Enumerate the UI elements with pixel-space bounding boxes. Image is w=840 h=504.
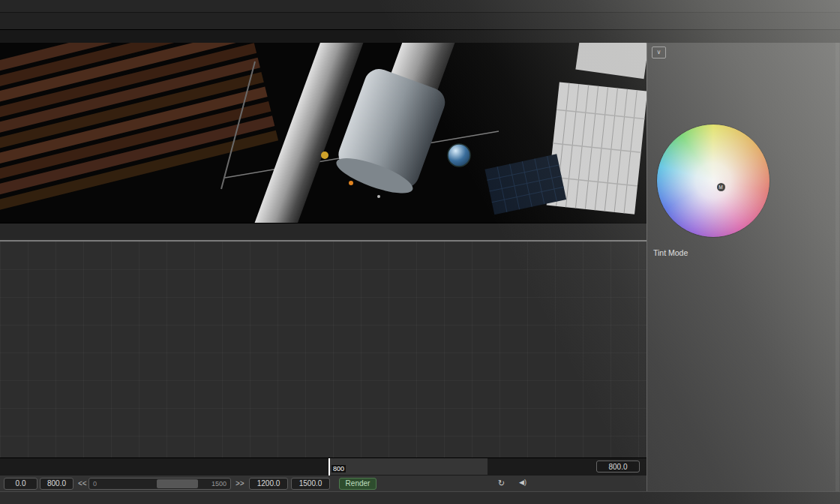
- panel-scrollbar[interactable]: [836, 43, 839, 491]
- menu-bar: [0, 0, 840, 13]
- status-bar: [0, 491, 840, 504]
- scrollbar-thumb[interactable]: [157, 479, 198, 488]
- playhead-frame-label: 800: [332, 465, 346, 472]
- flow-node-editor[interactable]: [0, 242, 646, 458]
- tint-mode-label: Tint Mode: [653, 248, 688, 257]
- audio-button[interactable]: ◀): [519, 478, 526, 486]
- color-wheel[interactable]: M: [656, 124, 770, 238]
- scroll-right-button[interactable]: >>: [236, 479, 244, 488]
- composition-tab-bar: [0, 30, 840, 43]
- image-viewer[interactable]: [0, 43, 646, 223]
- iss-preview-image: [0, 43, 646, 223]
- timeline-ruler[interactable]: 800 800.0: [0, 458, 646, 475]
- node-connections: [0, 242, 646, 458]
- scroll-max-label: 1500: [212, 480, 226, 488]
- render-button[interactable]: Render: [339, 478, 376, 490]
- color-wheel-marker[interactable]: M: [717, 183, 725, 191]
- render-start-field[interactable]: 800.0: [40, 478, 74, 490]
- playhead[interactable]: [328, 458, 330, 476]
- timeline-scrollbar[interactable]: 0 1500: [88, 478, 231, 490]
- viewer-toolbar: [0, 223, 646, 240]
- global-end-field[interactable]: 1500.0: [291, 478, 330, 490]
- scroll-min-label: 0: [93, 480, 97, 488]
- render-end-field[interactable]: 1200.0: [249, 478, 288, 490]
- current-frame-box[interactable]: 800.0: [596, 460, 640, 472]
- collapse-chevron-icon[interactable]: ∨: [652, 46, 666, 58]
- global-start-field[interactable]: 0.0: [4, 478, 38, 490]
- node-toolbar: [0, 13, 840, 30]
- ruler-range-highlight: [328, 458, 488, 476]
- loop-button[interactable]: ↻: [498, 478, 505, 488]
- scroll-left-button[interactable]: <<: [78, 479, 87, 488]
- transport-bar: 0.0 800.0 << 0 1500 >> 1200.0 1500.0 Ren…: [0, 475, 646, 491]
- tool-control-panel: ∨ M Tint Mode: [646, 43, 840, 491]
